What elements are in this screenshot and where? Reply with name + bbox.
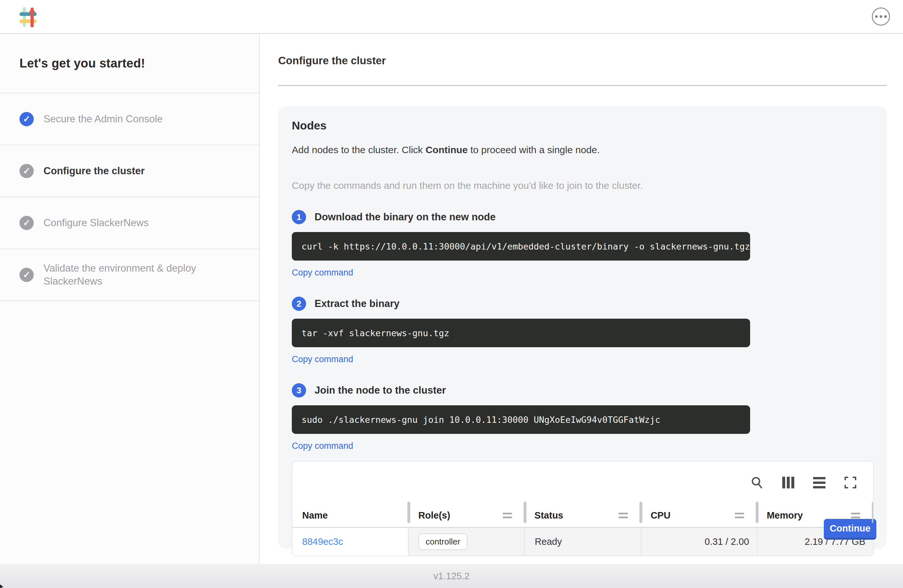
- sidebar-step-validate-deploy[interactable]: ✓ Validate the environment & deploy Slac…: [0, 249, 259, 301]
- column-resize-handle[interactable]: [407, 502, 410, 523]
- join-step-3-heading: 3 Join the node to the cluster: [292, 383, 874, 398]
- join-step-1-heading: 1 Download the binary on the new node: [292, 210, 874, 224]
- density-icon[interactable]: [812, 475, 826, 490]
- mouse-cursor: [0, 582, 5, 588]
- column-menu-icon[interactable]: [735, 513, 744, 518]
- sidebar-step-secure-admin-console[interactable]: ✓ Secure the Admin Console: [0, 93, 259, 145]
- version-label: v1.125.2: [433, 571, 469, 582]
- check-icon: ✓: [19, 164, 34, 178]
- sidebar-step-label: Validate the environment & deploy Slacke…: [44, 262, 239, 288]
- setup-steps-sidebar: Let's get you started! ✓ Secure the Admi…: [0, 34, 260, 564]
- sidebar-step-configure-slackernews[interactable]: ✓ Configure SlackerNews: [0, 197, 259, 249]
- table-header-row: Name Role(s) Status: [293, 504, 873, 528]
- sidebar-heading: Let's get you started!: [0, 34, 259, 93]
- ellipsis-icon: [875, 15, 878, 18]
- role-chip: controller: [418, 533, 467, 550]
- nodes-intro: Add nodes to the cluster. Click Continue…: [292, 145, 874, 156]
- overflow-menu-button[interactable]: [872, 8, 890, 26]
- step-number-badge: 3: [292, 383, 306, 398]
- column-resize-handle[interactable]: [756, 502, 758, 523]
- sidebar-step-label: Configure SlackerNews: [44, 217, 149, 230]
- fullscreen-icon[interactable]: [843, 475, 857, 490]
- node-roles-cell: controller: [408, 528, 524, 555]
- node-cpu-cell: 0.31 / 2.00: [641, 528, 757, 555]
- copy-command-link[interactable]: Copy command: [292, 268, 353, 278]
- copy-command-link[interactable]: Copy command: [292, 354, 353, 365]
- check-icon: ✓: [19, 112, 34, 126]
- sidebar-step-configure-cluster[interactable]: ✓ Configure the cluster: [0, 145, 259, 197]
- join-hint: Copy the commands and run them on the ma…: [292, 180, 874, 191]
- nodes-card: Nodes Add nodes to the cluster. Click Co…: [278, 106, 887, 549]
- nodes-heading: Nodes: [292, 119, 874, 132]
- node-status-cell: Ready: [524, 528, 640, 555]
- step-number-badge: 2: [292, 297, 306, 311]
- slackernews-logo-icon: [19, 6, 38, 27]
- search-icon[interactable]: [750, 475, 764, 490]
- main-content: Configure the cluster Nodes Add nodes to…: [260, 34, 903, 564]
- continue-button[interactable]: Continue: [824, 519, 876, 540]
- column-header-roles[interactable]: Role(s): [409, 504, 525, 527]
- command-code-block: tar -xvf slackernews-gnu.tgz: [292, 319, 750, 347]
- sidebar-step-label: Secure the Admin Console: [44, 113, 163, 126]
- column-menu-icon[interactable]: [503, 513, 512, 518]
- admin-console-window: Let's get you started! ✓ Secure the Admi…: [0, 0, 903, 588]
- table-row: 8849ec3c controller Ready 0.31 / 2.00 2.…: [293, 528, 873, 555]
- join-step-2-heading: 2 Extract the binary: [292, 297, 874, 311]
- column-resize-handle[interactable]: [524, 502, 527, 523]
- check-icon: ✓: [19, 216, 34, 230]
- app-footer: v1.125.2: [0, 564, 903, 588]
- check-icon: ✓: [19, 268, 34, 282]
- page-title: Configure the cluster: [278, 55, 887, 67]
- column-menu-icon[interactable]: [619, 513, 628, 518]
- command-code-block: sudo ./slackernews-gnu join 10.0.0.11:30…: [292, 405, 750, 434]
- step-number-badge: 1: [292, 210, 306, 224]
- copy-command-link[interactable]: Copy command: [292, 441, 353, 451]
- column-menu-icon[interactable]: [851, 513, 860, 518]
- table-toolbar: [293, 461, 873, 504]
- node-name-cell: 8849ec3c: [293, 528, 408, 555]
- column-resize-handle[interactable]: [639, 502, 642, 523]
- node-name-link[interactable]: 8849ec3c: [302, 536, 343, 547]
- command-code-block: curl -k https://10.0.0.11:30000/api/v1/e…: [292, 232, 750, 261]
- column-header-name[interactable]: Name: [293, 504, 409, 527]
- top-bar: [0, 0, 903, 34]
- sidebar-step-label: Configure the cluster: [44, 165, 145, 178]
- column-header-cpu[interactable]: CPU: [641, 504, 757, 527]
- column-header-status[interactable]: Status: [525, 504, 641, 527]
- title-divider: [278, 85, 887, 86]
- columns-icon[interactable]: [781, 475, 795, 490]
- nodes-table: Name Role(s) Status: [292, 461, 874, 556]
